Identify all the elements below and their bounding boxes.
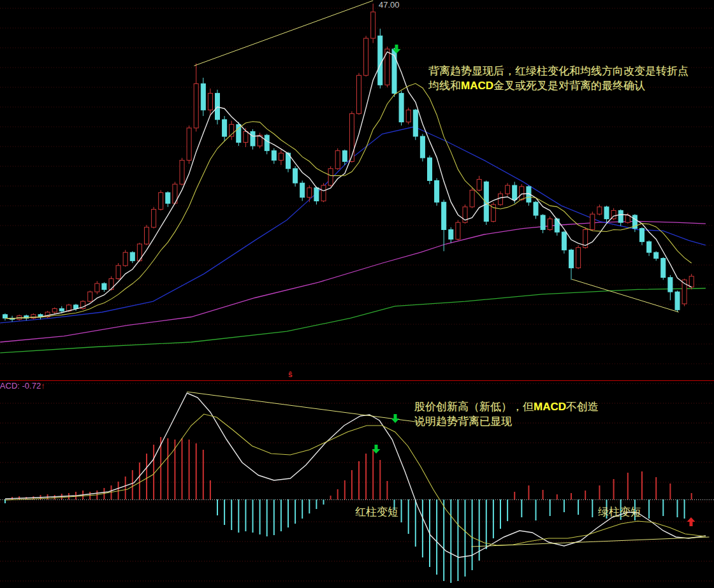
- label-red-bars-shrinking: 红柱变短: [355, 505, 398, 519]
- annotation-line: 股价创新高（新低），但MACD不创造: [414, 399, 599, 414]
- annotation-line: 均线和MACD金叉或死叉是对背离的最终确认: [428, 78, 688, 93]
- peak-price-label: 47.00: [379, 0, 400, 10]
- signal-up-arrow-macd-icon: [687, 517, 696, 526]
- separator-marker: ŝ: [288, 370, 293, 379]
- stock-chart-screen: 47.00 MACD: -0.72↑ ŝ 背离趋势显现后，红绿柱变化和均线方向改…: [0, 0, 714, 588]
- macd-value-label: MACD: -0.72↑: [0, 381, 45, 391]
- signal-down-arrow-macd-1-icon: [391, 414, 400, 423]
- macd-up-arrow-icon: ↑: [41, 381, 45, 391]
- annotation-text: 不创造: [566, 401, 599, 413]
- annotation-text: 金叉或死叉是对背离的最终确认: [493, 80, 645, 92]
- annotation-text: 股价创新高（新低），但: [414, 401, 534, 413]
- annotation-line: 背离趋势显现后，红绿柱变化和均线方向改变是转折点: [428, 64, 688, 78]
- annotation-macd-highlight: MACD: [461, 80, 493, 92]
- label-green-bars-shrinking: 绿柱变短: [598, 505, 641, 519]
- annotation-line: 说明趋势背离已显现: [414, 414, 599, 429]
- macd-value-text: MACD: -0.72: [0, 381, 41, 391]
- annotation-text: 均线和: [428, 80, 461, 92]
- annotation-macd-highlight: MACD: [534, 401, 566, 413]
- annotation-text: 说明趋势背离已显现: [414, 415, 512, 427]
- annotation-text: 背离趋势显现后，红绿柱变化和均线方向改变是转折点: [428, 65, 688, 77]
- annotation-macd-divergence: 股价创新高（新低），但MACD不创造 说明趋势背离已显现: [414, 399, 599, 429]
- annotation-divergence-turning-point: 背离趋势显现后，红绿柱变化和均线方向改变是转折点 均线和MACD金叉或死叉是对背…: [428, 64, 688, 93]
